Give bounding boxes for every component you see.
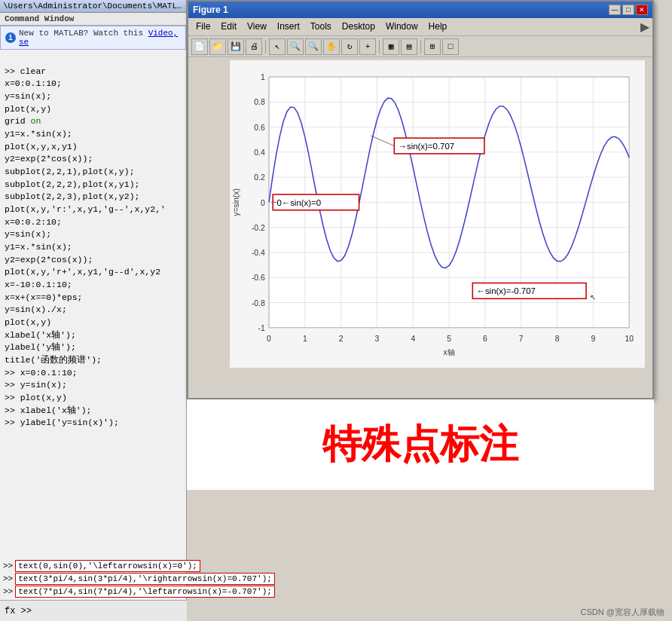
info-bar: i New to MATLAB? Watch this Video, se bbox=[0, 26, 186, 50]
svg-text:5: 5 bbox=[447, 335, 451, 343]
toolbar-legend[interactable]: ▤ bbox=[401, 38, 417, 55]
svg-text:←sin(x)=-0.707: ←sin(x)=-0.707 bbox=[476, 286, 535, 295]
cmd-text-1: text(0,sin(0),'\leftarrowsin(x)=0'); bbox=[15, 560, 200, 572]
toolbar-save[interactable]: 💾 bbox=[228, 38, 244, 55]
toolbar-open[interactable]: 📁 bbox=[209, 38, 226, 55]
matlab-titlebar: \Users\Administrator\Documents\MATLAB bbox=[0, 0, 186, 13]
prompt-1: >> bbox=[3, 561, 13, 571]
watermark: CSDN @宽容人厚载物 bbox=[581, 607, 664, 618]
svg-text:1: 1 bbox=[261, 73, 265, 81]
svg-text:6: 6 bbox=[483, 335, 487, 343]
special-text-area: 特殊点标注 bbox=[187, 399, 654, 490]
bottom-commands: >> text(0,sin(0),'\leftarrowsin(x)=0'); … bbox=[0, 558, 187, 600]
menu-window[interactable]: Window bbox=[381, 20, 423, 34]
info-icon: i bbox=[5, 32, 16, 43]
cmd-row-1: >> text(0,sin(0),'\leftarrowsin(x)=0'); bbox=[3, 560, 184, 572]
svg-text:3: 3 bbox=[375, 335, 380, 343]
toolbar-cursor[interactable]: ↖ bbox=[269, 38, 286, 55]
svg-text:10: 10 bbox=[625, 335, 634, 343]
svg-text:-0.8: -0.8 bbox=[252, 299, 265, 307]
svg-text:→sin(x)=0.707: →sin(x)=0.707 bbox=[399, 142, 455, 151]
toolbar-grid[interactable]: ⊞ bbox=[424, 38, 441, 55]
svg-text:1: 1 bbox=[303, 335, 307, 343]
svg-text:-0.2: -0.2 bbox=[252, 224, 265, 232]
svg-text:8: 8 bbox=[555, 335, 560, 343]
close-button[interactable]: ✕ bbox=[636, 5, 648, 15]
figure-titlebar: Figure 1 — □ ✕ bbox=[188, 2, 652, 18]
toolbar-datacursor[interactable]: + bbox=[359, 38, 376, 55]
figure-title: Figure 1 bbox=[193, 5, 228, 15]
toolbar-sep-2 bbox=[379, 40, 380, 54]
svg-text:0.6: 0.6 bbox=[254, 124, 265, 132]
svg-text:7: 7 bbox=[519, 335, 524, 343]
menu-edit[interactable]: Edit bbox=[216, 20, 241, 34]
minimize-button[interactable]: — bbox=[609, 5, 621, 15]
toolbar-sep-1 bbox=[265, 40, 266, 54]
maximize-button[interactable]: □ bbox=[622, 5, 634, 15]
svg-text:0.8: 0.8 bbox=[254, 98, 265, 106]
special-title: 特殊点标注 bbox=[322, 418, 518, 471]
svg-text:x轴: x轴 bbox=[444, 348, 455, 356]
svg-text:0←sin(x)=0: 0←sin(x)=0 bbox=[276, 198, 321, 207]
svg-text:0.4: 0.4 bbox=[254, 148, 265, 157]
menu-help[interactable]: Help bbox=[424, 20, 452, 34]
svg-text:9: 9 bbox=[591, 335, 595, 343]
code-area: >> clear x=0:0.1:10; y=sin(x); plot(x,y)… bbox=[0, 50, 186, 445]
cmd-row-3: >> text(7*pi/4,sin(7*pi/4),'\leftarrowsi… bbox=[3, 586, 184, 598]
command-window-header: Command Window bbox=[0, 13, 186, 26]
figure-toolbar: 📄 📁 💾 🖨 ↖ 🔍 🔍 ✋ ↻ + ▦ ▤ ⊞ □ bbox=[188, 36, 652, 57]
svg-text:y=sin(x): y=sin(x) bbox=[232, 188, 240, 216]
toolbar-new[interactable]: 📄 bbox=[191, 38, 208, 55]
info-text: New to MATLAB? Watch this Video, se bbox=[19, 29, 181, 47]
toolbar-sep-3 bbox=[420, 40, 421, 54]
cmd-text-2: text(3*pi/4,sin(3*pi/4),'\rightarrowsin(… bbox=[15, 573, 275, 585]
matlab-left-panel: \Users\Administrator\Documents\MATLAB Co… bbox=[0, 0, 187, 621]
svg-text:-1: -1 bbox=[258, 324, 265, 332]
fx-bar: fx >> bbox=[0, 600, 187, 621]
prompt-2: >> bbox=[3, 574, 13, 583]
plot-svg: .grid-line { stroke: #cccccc; stroke-wid… bbox=[230, 60, 645, 368]
svg-text:2: 2 bbox=[339, 335, 344, 343]
menu-file[interactable]: File bbox=[191, 20, 215, 34]
menu-view[interactable]: View bbox=[243, 20, 271, 34]
svg-text:-0.6: -0.6 bbox=[252, 274, 265, 282]
svg-text:-0.4: -0.4 bbox=[252, 249, 265, 257]
expand-icon[interactable]: ▶ bbox=[640, 20, 649, 34]
svg-text:4: 4 bbox=[411, 335, 415, 343]
menu-tools[interactable]: Tools bbox=[306, 20, 336, 34]
toolbar-zoom-in[interactable]: 🔍 bbox=[287, 38, 304, 55]
toolbar-colorbar[interactable]: ▦ bbox=[383, 38, 399, 55]
svg-text:0: 0 bbox=[261, 199, 265, 207]
toolbar-print[interactable]: 🖨 bbox=[246, 38, 262, 55]
cmd-text-3: text(7*pi/4,sin(7*pi/4),'\leftarrowsin(x… bbox=[15, 586, 275, 598]
svg-text:0.2: 0.2 bbox=[254, 173, 265, 182]
svg-text:0: 0 bbox=[267, 335, 271, 343]
toolbar-tile[interactable]: □ bbox=[442, 38, 459, 55]
figure-win-buttons: — □ ✕ bbox=[609, 5, 648, 15]
menu-insert[interactable]: Insert bbox=[273, 20, 304, 34]
plot-area: .grid-line { stroke: #cccccc; stroke-wid… bbox=[230, 60, 645, 368]
figure-menubar: File Edit View Insert Tools Desktop Wind… bbox=[188, 18, 652, 36]
menu-desktop[interactable]: Desktop bbox=[338, 20, 380, 34]
toolbar-zoom-out[interactable]: 🔍 bbox=[305, 38, 322, 55]
svg-text:↖: ↖ bbox=[590, 293, 596, 301]
prompt-3: >> bbox=[3, 587, 13, 596]
cmd-row-2: >> text(3*pi/4,sin(3*pi/4),'\rightarrows… bbox=[3, 573, 184, 585]
toolbar-rotate[interactable]: ↻ bbox=[341, 38, 358, 55]
toolbar-pan[interactable]: ✋ bbox=[323, 38, 340, 55]
figure-window: Figure 1 — □ ✕ File Edit View Insert Too… bbox=[187, 0, 654, 399]
